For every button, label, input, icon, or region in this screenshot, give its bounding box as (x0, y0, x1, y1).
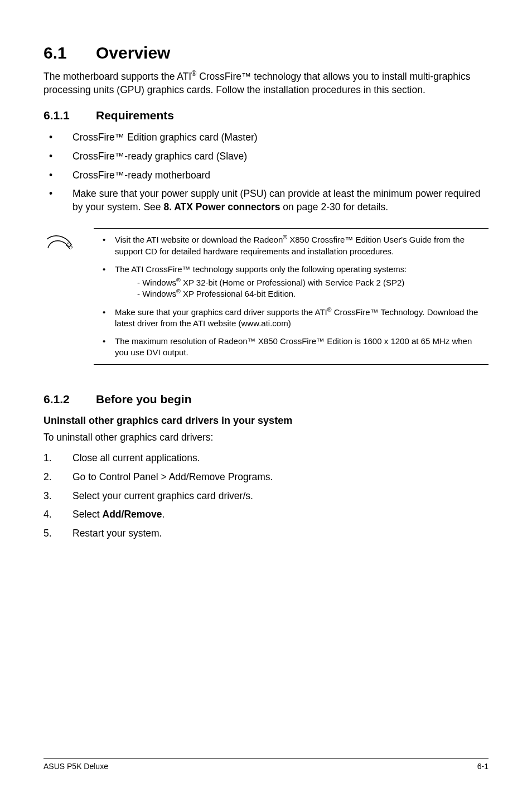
list-item: CrossFire™-ready graphics card (Slave) (43, 150, 489, 163)
subsection-title: Requirements (96, 109, 174, 122)
subsection-heading: 6.1.2Before you begin (43, 393, 489, 406)
note-box: Visit the ATI website or download the Ra… (43, 228, 489, 364)
subsection-number: 6.1.1 (43, 109, 96, 122)
footer-right: 6-1 (477, 762, 489, 771)
intro-paragraph: The motherboard supports the ATI® CrossF… (43, 70, 489, 96)
note-item: Visit the ATI website or download the Ra… (94, 234, 486, 257)
note-item: Make sure that your graphics card driver… (94, 307, 486, 330)
section-heading: 6.1Overview (43, 44, 489, 62)
section-number: 6.1 (43, 44, 96, 62)
note-pencil-icon (43, 228, 94, 256)
requirements-list: CrossFire™ Edition graphics card (Master… (43, 131, 489, 214)
note-item: The maximum resolution of Radeon™ X850 C… (94, 336, 486, 359)
footer-left: ASUS P5K Deluxe (43, 762, 108, 771)
subheading: Uninstall other graphics card drivers in… (43, 415, 489, 427)
note-subitem: - Windows® XP Professional 64-bit Editio… (137, 288, 486, 299)
step-item: Select Add/Remove. (43, 508, 489, 521)
step-item: Select your current graphics card driver… (43, 490, 489, 503)
steps-list: Close all current applications. Go to Co… (43, 452, 489, 540)
subsection-title: Before you begin (96, 393, 192, 405)
list-item: Make sure that your power supply unit (P… (43, 187, 489, 214)
section-title: Overview (96, 44, 170, 62)
list-item: CrossFire™ Edition graphics card (Master… (43, 131, 489, 144)
subsection-heading: 6.1.1Requirements (43, 109, 489, 122)
step-item: Close all current applications. (43, 452, 489, 465)
list-item: CrossFire™-ready motherboard (43, 169, 489, 182)
page-footer: ASUS P5K Deluxe 6-1 (43, 758, 489, 771)
step-item: Go to Control Panel > Add/Remove Program… (43, 471, 489, 484)
note-item: The ATI CrossFire™ technology supports o… (94, 264, 486, 300)
note-subitem: - Windows® XP 32-bit (Home or Profession… (137, 277, 486, 288)
note-content: Visit the ATI website or download the Ra… (94, 228, 489, 364)
steps-intro: To uninstall other graphics card drivers… (43, 431, 489, 445)
subsection-number: 6.1.2 (43, 393, 96, 406)
step-item: Restart your system. (43, 527, 489, 540)
